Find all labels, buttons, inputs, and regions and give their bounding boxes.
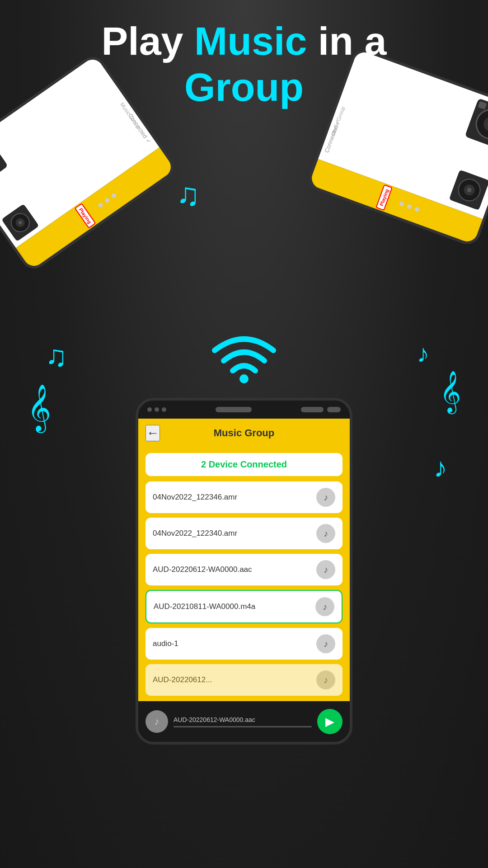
title-plain: Play — [102, 19, 194, 63]
audio-item-1-name: 04Nov2022_122346.amr — [153, 493, 237, 502]
player-bar-icon: ♪ — [145, 710, 168, 733]
status-bar-dots — [147, 407, 166, 412]
audio-play-btn-1[interactable]: ♪ — [316, 488, 335, 507]
title-line2: Group — [0, 64, 488, 110]
audio-item-2-name: 04Nov2022_122340.amr — [153, 529, 237, 538]
audio-item-6[interactable]: AUD-20220612... ♪ — [145, 664, 343, 696]
player-bar-progress — [174, 726, 312, 727]
app-title: Music Group — [214, 427, 274, 439]
phone-main: ← Music Group 2 Device Connected 04Nov20… — [136, 398, 352, 745]
music-note-left: ♫ — [45, 339, 67, 373]
svg-point-18 — [239, 374, 249, 383]
status-bar-right — [301, 407, 341, 412]
title-highlight: Music — [194, 19, 307, 63]
music-note-top-center: ♫ — [176, 176, 200, 212]
app-content: 2 Device Connected 04Nov2022_122346.amr … — [138, 448, 350, 701]
title-rest: in a — [307, 19, 386, 63]
back-button[interactable]: ← — [145, 425, 160, 441]
treble-clef-right: 𝄞 — [440, 371, 461, 413]
player-bar-title: AUD-20220612-WA0000.aac — [174, 716, 312, 723]
music-note-right-top: ♪ — [417, 339, 430, 368]
treble-clef-left: 𝄞 — [27, 384, 51, 432]
title-section: Play Music in a Group — [0, 18, 488, 110]
audio-item-3[interactable]: AUD-20220612-WA0000.aac ♪ — [145, 554, 343, 585]
status-dot-3 — [162, 407, 166, 412]
speaker-right-bottom — [449, 170, 488, 210]
status-dot-1 — [147, 407, 152, 412]
audio-play-btn-5[interactable]: ♪ — [316, 634, 335, 653]
audio-item-1[interactable]: 04Nov2022_122346.amr ♪ — [145, 481, 343, 513]
audio-item-3-name: AUD-20220612-WA0000.aac — [153, 565, 252, 574]
audio-play-btn-6[interactable]: ♪ — [316, 670, 335, 689]
playing-badge-left: Playing — [75, 203, 96, 229]
audio-item-6-name: AUD-20220612... — [153, 675, 212, 684]
connected-badge: 2 Device Connected — [145, 453, 343, 476]
audio-item-4[interactable]: AUD-20210811-WA0000.m4a ♪ — [145, 590, 343, 623]
app-header: ← Music Group — [138, 419, 350, 448]
wifi-icon — [208, 330, 280, 386]
music-note-right-bottom: ♪ — [434, 452, 447, 483]
status-bar-center-pill — [216, 407, 252, 412]
audio-play-btn-2[interactable]: ♪ — [316, 524, 335, 543]
audio-item-2[interactable]: 04Nov2022_122340.amr ♪ — [145, 518, 343, 549]
audio-play-btn-4[interactable]: ♪ — [315, 597, 334, 616]
svg-rect-0 — [0, 137, 8, 187]
player-bar-info: AUD-20220612-WA0000.aac — [174, 716, 312, 727]
connected-text: 2 Device Connected — [201, 459, 287, 469]
speaker-left-top — [0, 137, 8, 187]
status-signal — [327, 407, 341, 412]
status-battery — [301, 407, 324, 412]
title-line1: Play Music in a — [0, 18, 488, 64]
player-bar-play-button[interactable]: ▶ — [317, 709, 343, 734]
audio-item-4-name: AUD-20210811-WA0000.m4a — [154, 602, 255, 611]
playing-badge-right: Playing — [376, 184, 393, 211]
audio-item-5-name: audio-1 — [153, 639, 178, 648]
audio-item-5[interactable]: audio-1 ♪ — [145, 628, 343, 660]
status-bar — [138, 401, 350, 419]
player-bar: ♪ AUD-20220612-WA0000.aac ▶ — [138, 701, 350, 742]
status-dot-2 — [155, 407, 159, 412]
audio-play-btn-3[interactable]: ♪ — [316, 560, 335, 579]
